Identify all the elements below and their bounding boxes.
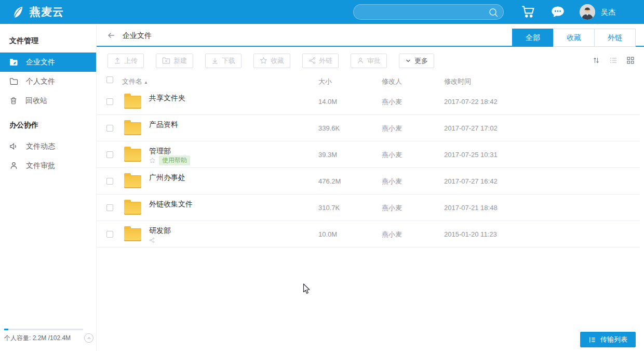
file-name[interactable]: 研发部 bbox=[149, 226, 171, 236]
row-checkbox[interactable] bbox=[106, 125, 113, 132]
upload-button[interactable]: 上传 bbox=[108, 54, 144, 68]
sort-icon[interactable] bbox=[592, 56, 600, 64]
row-checkbox[interactable] bbox=[106, 98, 113, 105]
sidebar-item-enterprise-files[interactable]: 企业文件 bbox=[0, 53, 96, 72]
sidebar-item-label: 文件动态 bbox=[26, 142, 55, 151]
select-all-checkbox[interactable] bbox=[106, 76, 113, 83]
file-time: 2017-07-27 16:42 bbox=[444, 168, 498, 194]
folder-icon bbox=[124, 202, 141, 215]
leaf-logo-icon bbox=[10, 5, 24, 19]
approve-button[interactable]: 审批 bbox=[351, 54, 387, 68]
table-row[interactable]: 外链收集文件 310.7K 燕小麦 2017-07-21 18:48 bbox=[97, 194, 640, 221]
table-row[interactable]: 研发部 10.0M 燕小麦 2015-01-20 11:23 bbox=[97, 221, 640, 248]
sidebar-item-label: 企业文件 bbox=[26, 58, 55, 67]
file-name[interactable]: 管理部 bbox=[149, 147, 171, 156]
back-arrow-icon[interactable] bbox=[106, 31, 116, 40]
new-folder-button[interactable]: 新建 bbox=[156, 54, 193, 68]
brand-name: 燕麦云 bbox=[30, 5, 64, 19]
search-box[interactable] bbox=[353, 4, 504, 20]
favorite-button[interactable]: 收藏 bbox=[253, 54, 290, 68]
tab-external-links[interactable]: 外链 bbox=[594, 29, 636, 47]
user-avatar[interactable] bbox=[580, 4, 595, 20]
sidebar-item-file-approval[interactable]: 文件审批 bbox=[0, 156, 96, 175]
toolbar: 上传 新建 下载 收藏 外链 审批 更多 bbox=[97, 47, 644, 74]
table-row[interactable]: 广州办事处 476.2M 燕小麦 2017-07-27 16:42 bbox=[97, 168, 640, 194]
file-name[interactable]: 产品资料 bbox=[149, 120, 178, 129]
file-modifier: 燕小麦 bbox=[382, 88, 402, 115]
tab-favorites[interactable]: 收藏 bbox=[553, 29, 595, 47]
button-label: 传输列表 bbox=[600, 335, 627, 344]
file-size: 476.2M bbox=[318, 168, 341, 194]
button-label: 下载 bbox=[222, 56, 235, 66]
table-row[interactable]: 产品资料 339.6K 燕小麦 2017-07-27 17:02 bbox=[97, 115, 640, 141]
sidebar-item-file-activity[interactable]: 文件动态 bbox=[0, 137, 96, 156]
chevron-up-icon[interactable] bbox=[84, 333, 93, 343]
row-checkbox[interactable] bbox=[106, 231, 113, 238]
more-button[interactable]: 更多 bbox=[399, 54, 434, 68]
sidebar-section-collaboration: 办公协作 bbox=[9, 121, 96, 130]
shared-icon bbox=[149, 237, 155, 243]
folder-icon bbox=[124, 122, 141, 135]
list-view-icon[interactable] bbox=[609, 56, 618, 64]
topbar: 燕麦云 吴杰 bbox=[0, 0, 644, 24]
row-checkbox[interactable] bbox=[106, 151, 113, 158]
star-icon bbox=[149, 157, 156, 164]
enterprise-folder-icon bbox=[9, 58, 18, 66]
sidebar-item-recycle-bin[interactable]: 回收站 bbox=[0, 91, 96, 110]
download-icon bbox=[211, 57, 219, 64]
help-badge[interactable]: 使用帮助 bbox=[159, 155, 190, 165]
file-name[interactable]: 广州办事处 bbox=[149, 173, 185, 183]
file-size: 310.7K bbox=[318, 194, 340, 221]
capacity-value: 2.2M /102.4M bbox=[33, 334, 71, 342]
share-icon bbox=[308, 57, 316, 64]
button-label: 外链 bbox=[319, 56, 332, 66]
star-icon bbox=[260, 57, 267, 64]
table-row[interactable]: 管理部 使用帮助 39.3M 燕小麦 2017-07-25 10:31 bbox=[97, 141, 640, 168]
cart-icon[interactable] bbox=[521, 5, 535, 19]
file-modifier: 燕小麦 bbox=[382, 141, 402, 168]
button-label: 审批 bbox=[367, 56, 381, 66]
button-label: 新建 bbox=[173, 56, 187, 66]
sidebar-item-label: 回收站 bbox=[25, 96, 47, 106]
approve-icon bbox=[357, 57, 364, 64]
table-row[interactable]: 共享文件夹 14.0M 燕小麦 2017-07-22 18:42 bbox=[97, 88, 640, 115]
search-icon[interactable] bbox=[488, 7, 499, 18]
sort-ascending-icon: ▲ bbox=[144, 80, 148, 85]
row-checkbox[interactable] bbox=[106, 178, 113, 185]
tab-all[interactable]: 全部 bbox=[512, 29, 554, 47]
file-modifier: 燕小麦 bbox=[382, 168, 402, 194]
file-name[interactable]: 共享文件夹 bbox=[149, 94, 185, 103]
new-folder-icon bbox=[162, 57, 170, 64]
chat-icon[interactable] bbox=[551, 5, 565, 19]
file-modifier: 燕小麦 bbox=[382, 194, 402, 221]
button-label: 上传 bbox=[124, 56, 138, 66]
capacity-indicator: 个人容量: 2.2M /102.4M bbox=[4, 329, 93, 343]
file-time: 2017-07-25 10:31 bbox=[444, 141, 498, 168]
row-checkbox[interactable] bbox=[106, 204, 113, 211]
transfer-list-button[interactable]: 传输列表 bbox=[580, 332, 636, 347]
personal-folder-icon bbox=[9, 77, 18, 85]
button-label: 更多 bbox=[414, 56, 428, 66]
folder-icon bbox=[124, 228, 141, 241]
file-name[interactable]: 外链收集文件 bbox=[149, 200, 193, 209]
file-time: 2015-01-20 11:23 bbox=[444, 221, 497, 248]
sidebar-item-personal-files[interactable]: 个人文件 bbox=[0, 72, 96, 91]
chevron-down-icon bbox=[405, 58, 411, 64]
search-input[interactable] bbox=[361, 5, 486, 19]
filter-tabs: 全部 收藏 外链 bbox=[513, 29, 636, 47]
person-stamp-icon bbox=[9, 161, 18, 170]
button-label: 收藏 bbox=[271, 56, 284, 66]
username[interactable]: 吴杰 bbox=[601, 0, 615, 24]
column-header-name[interactable]: 文件名▲ bbox=[122, 77, 148, 86]
grid-view-icon[interactable] bbox=[626, 56, 635, 64]
download-button[interactable]: 下载 bbox=[205, 54, 242, 68]
sidebar-item-label: 个人文件 bbox=[26, 77, 55, 86]
column-header-modifier[interactable]: 修改人 bbox=[382, 77, 402, 86]
folder-icon bbox=[124, 149, 141, 162]
folder-icon bbox=[124, 96, 141, 109]
column-header-size[interactable]: 大小 bbox=[318, 77, 332, 86]
file-time: 2017-07-27 17:02 bbox=[444, 115, 498, 141]
column-header-time[interactable]: 修改时间 bbox=[444, 77, 471, 86]
file-size: 339.6K bbox=[318, 115, 340, 141]
external-link-button[interactable]: 外链 bbox=[302, 54, 339, 68]
